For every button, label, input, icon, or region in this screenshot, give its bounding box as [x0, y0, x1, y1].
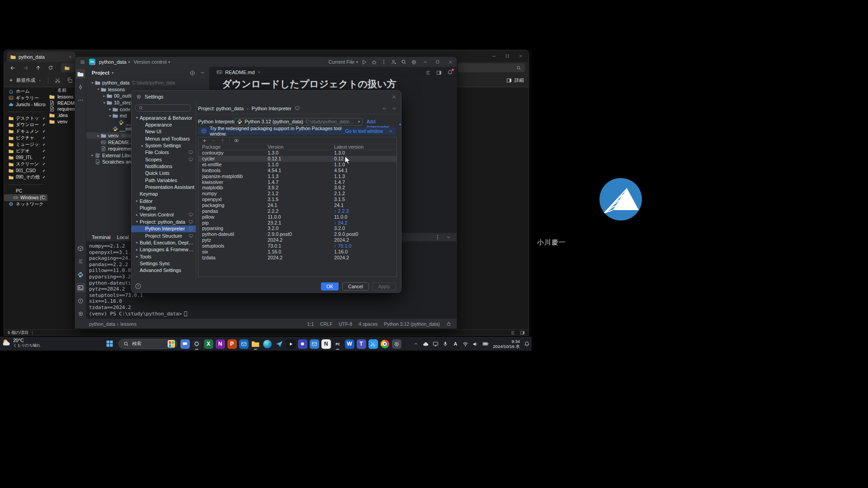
taskbar-app-paper-plane[interactable] — [273, 338, 285, 350]
explorer-sidebar-item[interactable]: デスクトップ — [4, 115, 47, 122]
settings-search-input[interactable] — [146, 106, 182, 111]
ok-button[interactable]: OK — [321, 282, 339, 291]
explorer-sidebar-item[interactable]: スクリーンショット — [4, 161, 47, 168]
explorer-sidebar-item[interactable]: ドキュメント — [4, 128, 47, 135]
package-row[interactable]: matplotlib3.9.23.9.2 — [198, 185, 396, 191]
settings-nav-item[interactable]: Plugins — [132, 204, 196, 211]
go-to-tool-window-link[interactable]: Go to tool window — [345, 128, 383, 134]
explorer-sidebar-item[interactable]: ビデオ — [4, 148, 47, 155]
services-tool-icon[interactable] — [76, 309, 85, 319]
install-package-icon[interactable] — [202, 138, 207, 143]
settings-nav-item[interactable]: Settings Sync — [132, 260, 196, 267]
settings-nav-item[interactable]: Path Variables — [132, 177, 196, 183]
hide-panel-icon[interactable] — [200, 70, 205, 76]
taskbar-app-word[interactable]: W — [344, 338, 355, 350]
settings-nav-item[interactable]: File Colors — [132, 149, 196, 156]
interpreter-status[interactable]: Python 3.12 (python_data) — [384, 321, 440, 327]
taskbar-app-powerpoint[interactable]: P — [226, 338, 238, 350]
explorer-search-box[interactable] — [458, 63, 525, 72]
settings-nav-item[interactable]: Menus and Toolbars — [132, 135, 196, 142]
explorer-sidebar-item[interactable]: PC — [4, 188, 47, 195]
taskbar-clock[interactable]: 9:34 2024/10/16 水 — [493, 339, 520, 349]
settings-nav-item[interactable]: Python Interpreter — [132, 225, 196, 232]
close-icon[interactable] — [444, 57, 457, 67]
status-breadcrumb[interactable]: python_data — [89, 321, 115, 327]
settings-nav-item[interactable]: Advanced Settings — [132, 267, 196, 274]
package-row[interactable]: setuptools73.0.1↑ 75.1.0 — [198, 243, 396, 249]
interpreter-dropdown[interactable]: Python 3.12 (python_data) C:\study\pytho… — [234, 118, 363, 126]
dismiss-banner-icon[interactable] — [389, 129, 393, 133]
package-row[interactable]: numpy2.1.22.1.2 — [198, 191, 396, 197]
project-widget[interactable]: python_data — [99, 59, 127, 65]
package-row[interactable]: pillow11.0.011.0.0 — [198, 214, 396, 220]
details-view-icon[interactable] — [520, 330, 525, 335]
explorer-sidebar-item[interactable]: 090_その他 — [4, 174, 47, 181]
project-tool-icon[interactable] — [76, 69, 85, 79]
readonly-lock-icon[interactable] — [446, 321, 451, 326]
editor-tab-readme[interactable]: README.md — [213, 67, 264, 78]
taskbar-app-media[interactable] — [285, 338, 297, 350]
refresh-icon[interactable] — [47, 65, 55, 70]
editor-layout-icon[interactable] — [425, 70, 431, 75]
explorer-sidebar-item[interactable]: Windows (C:) — [4, 194, 47, 201]
python-console-icon[interactable] — [76, 270, 85, 279]
explorer-sidebar-item[interactable]: 001_CSO — [4, 168, 47, 174]
column-package[interactable]: Package — [202, 144, 268, 150]
project-tree-item[interactable]: ▾python_dataC:\study\python_data — [86, 80, 209, 86]
breadcrumb-project[interactable]: Project: python_data — [198, 106, 244, 111]
package-row[interactable]: fonttools4.54.14.54.1 — [198, 168, 396, 174]
package-row[interactable]: six1.16.01.16.0 — [198, 249, 396, 254]
minimize-icon[interactable] — [419, 57, 431, 67]
commit-tool-icon[interactable] — [76, 82, 85, 92]
code-with-me-icon[interactable] — [389, 57, 399, 67]
taskbar-app-outlook[interactable] — [238, 338, 250, 350]
package-row[interactable]: contourpy1.3.01.3.0 — [198, 150, 396, 156]
problems-tool-icon[interactable] — [76, 296, 85, 305]
start-button[interactable] — [106, 340, 113, 347]
package-row[interactable]: pandas2.2.2↑ 2.2.3 — [198, 208, 396, 214]
hidden-icons-chevron[interactable] — [413, 341, 419, 347]
package-row[interactable]: cycler0.12.10.12.1 — [198, 156, 396, 162]
package-row[interactable]: python-dateutil2.9.0.post02.9.0.post0 — [198, 231, 396, 237]
more-actions-icon[interactable] — [379, 57, 389, 67]
close-icon[interactable] — [514, 50, 528, 62]
onedrive-icon[interactable] — [423, 341, 429, 347]
search-everywhere-icon[interactable] — [399, 57, 409, 67]
package-row[interactable]: pip23.2.1↑ 24.2 — [198, 220, 396, 225]
explorer-sidebar-item[interactable]: 099_ITL — [4, 155, 47, 161]
settings-nav-item[interactable]: Appearance — [132, 121, 196, 128]
taskbar-app-mail-app[interactable] — [308, 338, 320, 350]
package-row[interactable]: tzdata2024.22024.2 — [198, 254, 396, 260]
python-packages-icon[interactable] — [76, 244, 85, 253]
settings-nav-item[interactable]: Notifications — [132, 163, 196, 169]
split-editor-icon[interactable] — [436, 70, 442, 75]
list-view-icon[interactable] — [510, 330, 515, 335]
taskbar-app-app-dark[interactable] — [191, 338, 203, 350]
structure-tool-icon[interactable] — [76, 257, 85, 266]
settings-nav-item[interactable]: ▾Appearance & Behavior — [132, 114, 196, 121]
explorer-sidebar-item[interactable]: ダウンロード — [4, 122, 47, 128]
help-button[interactable]: ? — [135, 283, 142, 290]
taskbar-app-teams[interactable]: T — [355, 338, 367, 350]
battery-icon[interactable] — [482, 341, 489, 347]
run-configuration-widget[interactable]: Current File — [329, 59, 354, 65]
taskbar-app-onenote[interactable]: N — [214, 338, 226, 350]
package-row[interactable]: kiwisolver1.4.71.4.7 — [198, 179, 396, 185]
up-icon[interactable] — [34, 65, 42, 71]
column-latest-version[interactable]: Latest version — [334, 144, 396, 150]
close-tab-icon[interactable] — [68, 55, 72, 59]
debug-icon[interactable] — [369, 57, 379, 67]
package-row[interactable]: et-xmlfile1.1.01.1.0 — [198, 162, 396, 168]
taskbar-app-chrome[interactable] — [379, 338, 391, 350]
taskbar-app-pycharm[interactable]: PC — [332, 338, 344, 350]
package-row[interactable]: japanize-matplotlib1.1.31.1.3 — [198, 173, 396, 179]
settings-nav-item[interactable]: ▸System Settings — [132, 142, 196, 149]
volume-icon[interactable] — [472, 341, 478, 347]
settings-nav-item[interactable]: Scopes — [132, 156, 196, 163]
settings-nav-item[interactable]: ▸Languages & Frameworks — [132, 246, 196, 253]
package-row[interactable]: pyparsing3.2.03.2.0 — [198, 225, 396, 231]
settings-nav-item[interactable]: ▸Version Control — [132, 211, 196, 218]
settings-nav-item[interactable]: ▸Editor — [132, 197, 196, 204]
settings-nav-item[interactable]: ▸Tools — [132, 253, 196, 260]
terminal-tool-icon[interactable] — [76, 283, 85, 292]
